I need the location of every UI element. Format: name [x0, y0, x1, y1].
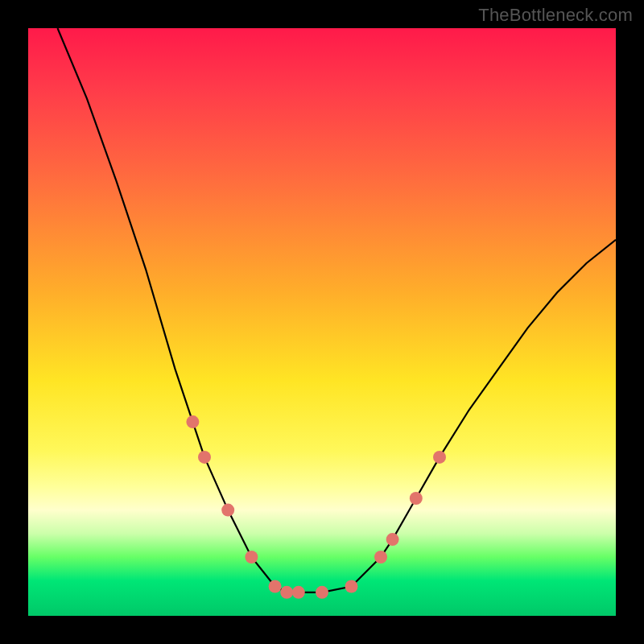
- data-marker: [221, 504, 234, 517]
- data-marker: [269, 580, 282, 593]
- data-marker: [198, 451, 211, 464]
- data-marker: [292, 586, 305, 599]
- data-marker: [245, 551, 258, 564]
- bottleneck-curve: [58, 28, 617, 592]
- data-marker: [316, 586, 328, 599]
- chart-frame: TheBottleneck.com: [0, 0, 644, 644]
- data-marker: [345, 580, 358, 593]
- data-marker: [280, 586, 293, 599]
- data-marker: [386, 533, 399, 546]
- watermark-text: TheBottleneck.com: [478, 5, 633, 26]
- data-marker: [410, 492, 423, 505]
- marker-group: [186, 415, 446, 599]
- plot-area: [28, 28, 616, 616]
- data-marker: [374, 551, 387, 564]
- data-marker: [433, 451, 446, 464]
- data-marker: [186, 415, 199, 428]
- chart-svg: [28, 28, 616, 616]
